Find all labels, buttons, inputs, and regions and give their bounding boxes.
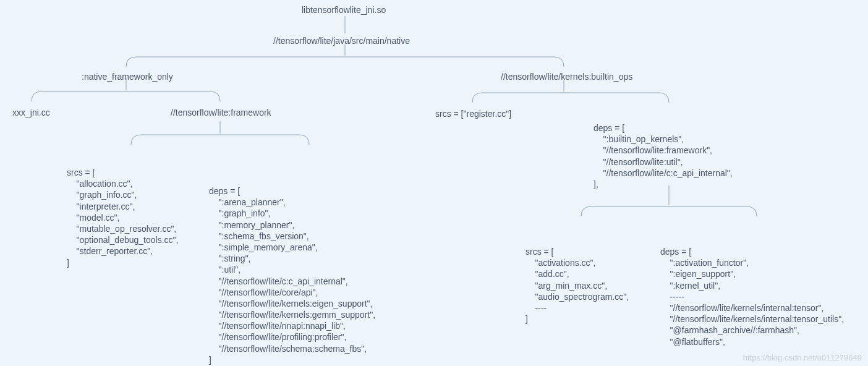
builtin-ops-deps-block: deps = [ ":builtin_op_kernels", "//tenso… — [594, 122, 733, 190]
kernels-srcs-block: srcs = [ "activations.cc", "add.cc", "ar… — [525, 246, 629, 325]
xxx-jni-node: xxx_jni.cc — [12, 108, 50, 117]
framework-deps-block: deps = [ ":arena_planner", ":graph_info"… — [209, 185, 375, 365]
builtin-ops-srcs-node: srcs = ["register.cc"] — [435, 109, 511, 119]
level1-node: //tensorflow/lite/java/src/main/native — [273, 36, 410, 46]
framework-srcs-block: srcs = [ "allocation.cc", "graph_info.cc… — [67, 167, 178, 268]
kernels-deps-block: deps = [ ":activation_functor", ":eigen_… — [660, 246, 844, 347]
watermark: https://blog.csdn.net/u011279649 — [743, 353, 862, 362]
tf-lite-framework-node: //tensorflow/lite:framework — [171, 108, 271, 117]
builtin-ops-node: //tensorflow/lite/kernels:builtin_ops — [501, 72, 632, 82]
native-framework-only-node: :native_framework_only — [82, 72, 173, 82]
root-node: libtensorflowlite_jni.so — [302, 5, 386, 15]
